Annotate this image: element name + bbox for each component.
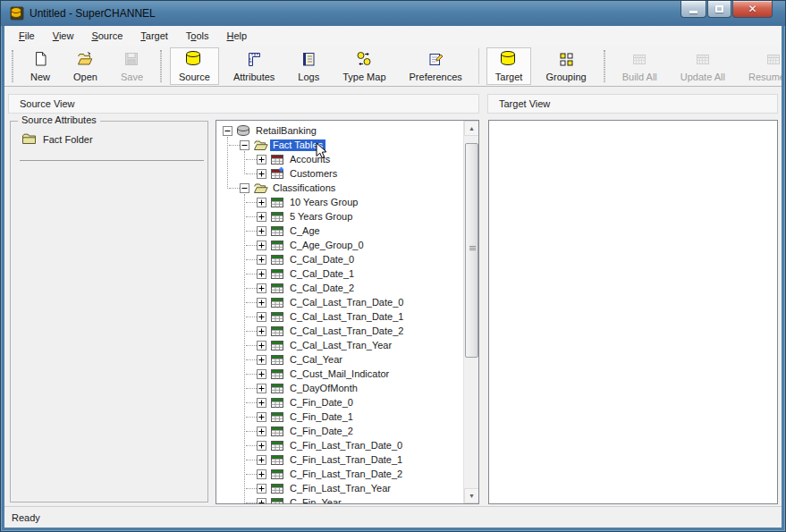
tree-item-label[interactable]: Fact Tables	[270, 139, 325, 151]
tree-item-label[interactable]: C_Fin_Last_Tran_Date_1	[287, 454, 405, 466]
expand-plus-icon[interactable]	[257, 241, 266, 252]
expand-plus-icon[interactable]	[257, 484, 266, 495]
tree-item-retailbanking[interactable]: RetailBanking	[216, 124, 463, 139]
tree-scrollbar[interactable]: ▲ ▼	[463, 121, 478, 503]
new-button[interactable]: New	[21, 47, 59, 85]
tree-item-c-cal-date-1[interactable]: C_Cal_Date_1	[216, 267, 463, 282]
expand-plus-icon[interactable]	[257, 398, 266, 410]
tree-item-label[interactable]: C_Fin_Last_Tran_Date_0	[287, 440, 405, 452]
tree-item-c-fin-last-tran-date-2[interactable]: C_Fin_Last_Tran_Date_2	[216, 468, 463, 482]
expand-plus-icon[interactable]	[257, 155, 266, 166]
tree-item-label[interactable]: Accounts	[287, 154, 333, 165]
expand-plus-icon[interactable]	[257, 455, 266, 467]
target-view-panel[interactable]	[488, 120, 778, 504]
close-button[interactable]: ✕	[732, 1, 773, 18]
expand-plus-icon[interactable]	[257, 212, 266, 224]
tree-item-c-cal-last-tran-date-0[interactable]: C_Cal_Last_Tran_Date_0	[216, 296, 463, 310]
tree-item-c-age[interactable]: C_Age	[216, 224, 463, 239]
expand-plus-icon[interactable]	[257, 169, 266, 181]
scroll-thumb[interactable]	[465, 143, 478, 358]
tree-item-c-cal-last-tran-date-2[interactable]: C_Cal_Last_Tran_Date_2	[216, 325, 463, 339]
tree-item-label[interactable]: C_Cal_Date_0	[287, 254, 357, 266]
tree-item-customers[interactable]: Customers	[216, 167, 463, 182]
tree-item-label[interactable]: C_Cal_Date_2	[287, 283, 357, 294]
tree-item-label[interactable]: C_Cal_Date_1	[287, 268, 357, 280]
menu-target[interactable]: Target	[133, 28, 175, 44]
grouping-button[interactable]: Grouping	[537, 47, 595, 85]
scroll-down-button[interactable]: ▼	[464, 488, 479, 503]
collapse-minus-icon[interactable]	[223, 126, 232, 138]
tree-item-label[interactable]: C_Fin_Last_Tran_Date_2	[287, 469, 405, 480]
fact-folder-item[interactable]: Fact Folder	[21, 132, 93, 147]
expand-plus-icon[interactable]	[257, 255, 266, 266]
tree-item-5-years-group[interactable]: 5 Years Group	[216, 210, 463, 224]
logs-button[interactable]: Logs	[289, 47, 328, 85]
expand-plus-icon[interactable]	[257, 412, 266, 424]
tree-item-classifications[interactable]: Classifications	[216, 182, 463, 196]
maximize-button[interactable]	[707, 1, 731, 18]
tree-item-label[interactable]: C_Fin_Date_2	[287, 426, 356, 437]
tree-item-c-fin-date-2[interactable]: C_Fin_Date_2	[216, 425, 463, 439]
tree-item-label[interactable]: C_Fin_Date_0	[287, 397, 356, 409]
preferences-button[interactable]: Preferences	[401, 47, 471, 85]
expand-plus-icon[interactable]	[257, 312, 266, 324]
tree-item-c-cal-last-tran-year[interactable]: C_Cal_Last_Tran_Year	[216, 339, 463, 353]
title-bar[interactable]: Untitled - SuperCHANNEL ✕	[1, 1, 785, 26]
tree-item-accounts[interactable]: Accounts	[216, 153, 463, 167]
tree-item-label[interactable]: C_DayOfMonth	[287, 383, 360, 394]
tree-item-label[interactable]: 10 Years Group	[287, 197, 360, 208]
tree-item-c-cal-year[interactable]: C_Cal_Year	[216, 353, 463, 367]
expand-plus-icon[interactable]	[257, 355, 266, 367]
tree-item-label[interactable]: C_Fin_Year	[287, 497, 344, 503]
tree-item-label[interactable]: 5 Years Group	[287, 211, 355, 223]
tree-item-label[interactable]: C_Cal_Last_Tran_Year	[287, 340, 394, 351]
tree-item-label[interactable]: RetailBanking	[253, 125, 319, 137]
tree-item-label[interactable]: C_Cal_Last_Tran_Date_2	[287, 325, 406, 337]
menu-help[interactable]: Help	[220, 28, 255, 44]
menu-view[interactable]: View	[46, 28, 81, 44]
tree-item-label[interactable]: C_Cal_Year	[287, 354, 345, 366]
expand-plus-icon[interactable]	[257, 498, 266, 503]
open-button[interactable]: Open	[64, 47, 106, 85]
expand-plus-icon[interactable]	[257, 269, 266, 281]
expand-plus-icon[interactable]	[257, 341, 266, 352]
tree-item-c-cal-last-tran-date-1[interactable]: C_Cal_Last_Tran_Date_1	[216, 310, 463, 325]
attributes-button[interactable]: Attributes	[224, 47, 283, 85]
type-map-button[interactable]: Type Map	[334, 47, 394, 85]
collapse-minus-icon[interactable]	[240, 183, 249, 195]
expand-plus-icon[interactable]	[257, 298, 266, 309]
expand-plus-icon[interactable]	[257, 326, 266, 338]
expand-plus-icon[interactable]	[257, 441, 266, 452]
tree-item-c-fin-last-tran-date-1[interactable]: C_Fin_Last_Tran_Date_1	[216, 453, 463, 468]
tree-item-c-fin-date-0[interactable]: C_Fin_Date_0	[216, 396, 463, 410]
source-button[interactable]: Source	[170, 47, 219, 85]
tree-item-c-fin-date-1[interactable]: C_Fin_Date_1	[216, 410, 463, 425]
expand-plus-icon[interactable]	[257, 426, 266, 438]
tree-item-label[interactable]: C_Age_Group_0	[287, 240, 367, 251]
menu-file[interactable]: File	[12, 28, 42, 44]
tree-item-c-cust-mail-indicator[interactable]: C_Cust_Mail_Indicator	[216, 367, 463, 382]
tree-item-c-fin-last-tran-year[interactable]: C_Fin_Last_Tran_Year	[216, 482, 463, 496]
tree-item-label[interactable]: Classifications	[270, 182, 338, 194]
tree-item-c-dayofmonth[interactable]: C_DayOfMonth	[216, 382, 463, 396]
tree-item-c-age-group-0[interactable]: C_Age_Group_0	[216, 239, 463, 253]
expand-plus-icon[interactable]	[257, 226, 266, 238]
expand-plus-icon[interactable]	[257, 469, 266, 481]
expand-plus-icon[interactable]	[257, 384, 266, 395]
tree-item-c-fin-last-tran-date-0[interactable]: C_Fin_Last_Tran_Date_0	[216, 439, 463, 453]
expand-plus-icon[interactable]	[257, 369, 266, 381]
scroll-up-button[interactable]: ▲	[464, 121, 479, 136]
collapse-minus-icon[interactable]	[240, 140, 249, 152]
tree-item-c-cal-date-2[interactable]: C_Cal_Date_2	[216, 282, 463, 296]
menu-source[interactable]: Source	[84, 28, 130, 44]
expand-plus-icon[interactable]	[257, 283, 266, 295]
expand-plus-icon[interactable]	[257, 198, 266, 209]
target-button[interactable]: Target	[486, 47, 532, 85]
tree-item-label[interactable]: C_Cal_Last_Tran_Date_0	[287, 297, 406, 308]
minimize-button[interactable]	[680, 1, 706, 18]
tree-item-fact-tables[interactable]: Fact Tables	[216, 139, 463, 153]
tree-item-label[interactable]: C_Fin_Last_Tran_Year	[287, 483, 393, 494]
tree-item-label[interactable]: Customers	[287, 168, 340, 180]
menu-tools[interactable]: Tools	[179, 28, 216, 44]
tree-item-label[interactable]: C_Cust_Mail_Indicator	[287, 368, 392, 380]
